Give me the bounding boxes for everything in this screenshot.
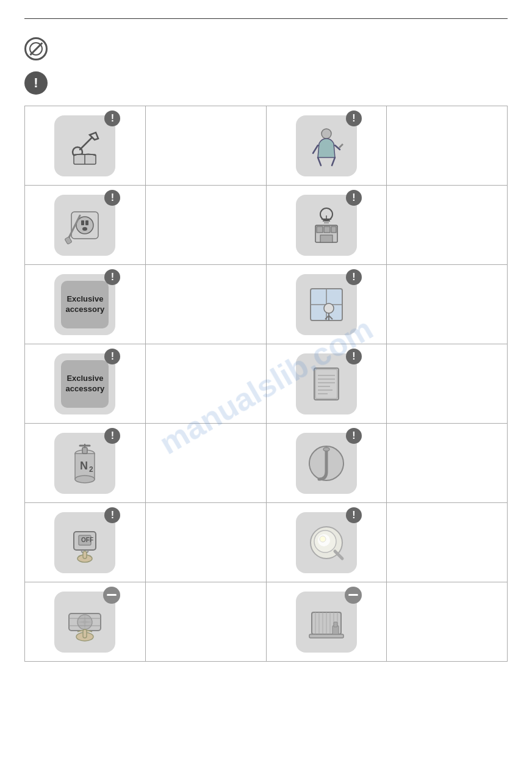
cell-icon-technician: ! (266, 106, 387, 186)
text-content-6 (387, 265, 507, 344)
exclusive-label-1: Exclusive accessory (61, 281, 109, 328)
cell-icon-document: ! (266, 344, 387, 424)
svg-rect-54 (83, 551, 87, 559)
technician-box: ! (296, 115, 357, 176)
svg-point-42 (75, 476, 95, 483)
cell-text-10 (387, 424, 508, 503)
svg-point-3 (322, 129, 331, 139)
cell-text-13 (145, 582, 266, 662)
cell-icon-outdoor-unit (266, 582, 387, 662)
manual-wrench-box: ! (54, 115, 115, 176)
no-entry-badge-1 (103, 587, 120, 604)
magnify-light-icon (304, 521, 348, 565)
cell-text-5 (145, 265, 266, 344)
svg-rect-23 (331, 226, 336, 233)
warning-badge-11: ! (104, 507, 120, 523)
cell-icon-switch-off: ! OFF (25, 503, 146, 582)
no-entry-symbol-row (24, 37, 508, 60)
warning-badge: ! (104, 110, 120, 126)
cell-text-8 (387, 344, 508, 424)
text-content-11 (146, 503, 266, 582)
text-content-10 (387, 424, 507, 502)
warning-badge-5: ! (104, 269, 120, 285)
grounding-unit-icon (304, 203, 348, 247)
svg-rect-11 (85, 220, 88, 225)
text-content-14 (387, 582, 507, 661)
tube-hook-box: ! (296, 433, 357, 494)
svg-text:N: N (80, 460, 88, 472)
icon-grid-table: ! (24, 106, 508, 662)
svg-rect-76 (334, 622, 337, 627)
exclamation-icon: ! (24, 71, 48, 95)
svg-point-58 (320, 536, 326, 542)
cell-text-7 (145, 344, 266, 424)
switch-off-box: ! OFF (54, 512, 115, 573)
cell-text-9 (145, 424, 266, 503)
no-entry-icon (24, 37, 48, 60)
fan-hand-icon (63, 600, 107, 644)
page-container: ! ! (0, 0, 532, 680)
outdoor-unit-icon (304, 600, 348, 644)
slash-decoration (26, 39, 46, 59)
exclusive-label-2: Exclusive accessory (61, 360, 109, 408)
manual-wrench-icon (63, 124, 107, 168)
fan-hand-box (54, 592, 115, 653)
cell-icon-magnify-light: ! (266, 503, 387, 582)
magnify-light-box: ! (296, 512, 357, 573)
cell-text-11 (145, 503, 266, 582)
svg-rect-21 (317, 226, 323, 233)
svg-point-12 (82, 227, 87, 231)
cell-icon-exclusive-1: ! Exclusive accessory (25, 265, 146, 344)
warning-badge-2: ! (346, 110, 362, 126)
svg-point-49 (323, 447, 329, 451)
svg-text:2: 2 (89, 465, 93, 474)
text-content-3 (146, 186, 266, 264)
warning-badge-4: ! (346, 190, 362, 206)
exclamation-symbol-row: ! (24, 71, 508, 95)
window-person-icon (304, 283, 348, 327)
exclusive-accessory-2-box: ! Exclusive accessory (54, 353, 115, 414)
cell-text-12 (387, 503, 508, 582)
svg-rect-22 (324, 226, 330, 233)
cell-icon-outlet: ! (25, 186, 146, 265)
exclusive-accessory-1-box: ! Exclusive accessory (54, 274, 115, 335)
svg-point-28 (324, 303, 334, 313)
svg-text:OFF: OFF (81, 537, 93, 543)
svg-rect-74 (309, 634, 343, 638)
cell-text-1 (145, 106, 266, 186)
table-row: ! OFF (25, 503, 508, 582)
svg-rect-10 (81, 220, 84, 225)
document-icon (304, 362, 348, 406)
window-person-box: ! (296, 274, 357, 335)
cell-icon-exclusive-2: ! Exclusive accessory (25, 344, 146, 424)
cell-text-6 (387, 265, 508, 344)
svg-line-6 (332, 157, 335, 165)
warning-badge-6: ! (346, 269, 362, 285)
text-content-7 (146, 344, 266, 423)
cell-text-3 (145, 186, 266, 265)
svg-rect-14 (65, 236, 72, 244)
table-row: ! Exclusive accessory ! (25, 344, 508, 424)
cell-icon-grounding: ! (266, 186, 387, 265)
warning-badge-8: ! (346, 349, 362, 364)
svg-line-7 (318, 157, 321, 165)
document-box-icon: ! (296, 353, 357, 414)
table-row: ! N 2 (25, 424, 508, 503)
grounding-box: ! (296, 195, 357, 256)
table-row (25, 582, 508, 662)
switch-off-icon: OFF (63, 521, 107, 565)
svg-rect-33 (315, 369, 337, 399)
table-row: ! (25, 186, 508, 265)
text-content-5 (146, 265, 266, 344)
outdoor-unit-box (296, 592, 357, 653)
n2-icon: N 2 (63, 441, 107, 485)
text-content-13 (146, 582, 266, 661)
svg-line-4 (313, 145, 318, 153)
cell-text-14 (387, 582, 508, 662)
cell-icon-n2: ! N 2 (25, 424, 146, 503)
svg-rect-45 (82, 447, 87, 454)
text-content-9 (146, 424, 266, 502)
n2-tank-box: ! N 2 (54, 433, 115, 494)
warning-badge-10: ! (346, 428, 362, 444)
warning-badge-3: ! (104, 190, 120, 206)
